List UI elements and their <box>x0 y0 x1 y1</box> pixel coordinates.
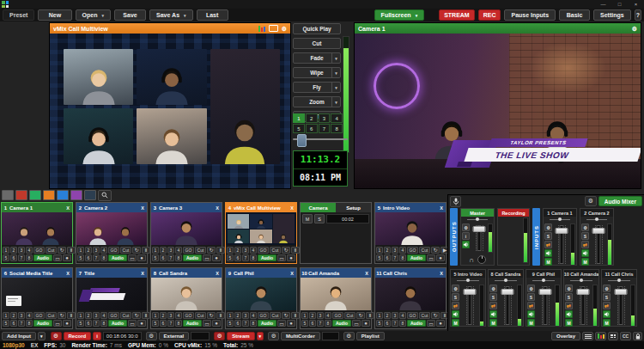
overlay-6-button[interactable]: 6 <box>234 254 241 261</box>
input-thumbnail[interactable] <box>375 212 446 245</box>
audio-levels-icon[interactable] <box>595 332 606 340</box>
transition-wipe-button[interactable]: Wipe▾ <box>293 67 341 78</box>
input-call-chris[interactable]: 11Call ChrisX1234GOCut↻Ⅱ5678Audio▭● <box>374 267 447 329</box>
overlay-7-button[interactable]: 7 <box>242 320 249 327</box>
pan-handle[interactable] <box>542 279 545 282</box>
record-dot-icon[interactable]: ● <box>63 320 71 327</box>
overlay-1-button[interactable]: 1 <box>376 312 383 319</box>
overlay-4-button[interactable]: 4 <box>26 247 33 254</box>
overlay-2-button[interactable]: 2 <box>384 247 391 254</box>
close-input-icon[interactable]: X <box>288 205 296 211</box>
input-thumbnail[interactable] <box>2 212 72 245</box>
fullscreen-monitor-icon[interactable]: ▭ <box>427 320 435 327</box>
fullscreen-monitor-icon[interactable]: ▭ <box>128 254 137 261</box>
overlay-1-button[interactable]: 1 <box>3 247 9 254</box>
open-button[interactable]: Open▾ <box>76 9 111 21</box>
monitor-icon[interactable] <box>269 25 278 32</box>
overlay-5-button[interactable]: 5 <box>227 254 234 261</box>
pause-icon[interactable]: Ⅱ <box>142 312 150 319</box>
pan-slider[interactable] <box>564 278 598 284</box>
save-button[interactable]: Save <box>114 9 146 21</box>
pause-icon[interactable]: Ⅱ <box>216 247 225 254</box>
input-thumbnail[interactable] <box>151 212 222 245</box>
overlay-3-button[interactable]: 3 <box>392 247 398 254</box>
inputs-tab[interactable]: INPUTS <box>532 208 540 266</box>
audio-button[interactable]: Audio <box>108 320 127 327</box>
close-input-icon[interactable]: X <box>64 205 72 211</box>
record-dot-icon[interactable]: ● <box>436 320 445 327</box>
overlay-4-button[interactable]: 4 <box>250 247 257 254</box>
cut-button[interactable]: Cut <box>46 312 57 319</box>
gear-icon[interactable]: ⚙ <box>565 285 573 292</box>
stream-settings-gear-icon[interactable]: ⚙ <box>214 332 225 340</box>
close-input-icon[interactable]: X <box>138 205 147 211</box>
add-input-button[interactable]: Add Input <box>2 332 36 340</box>
input-camera-1[interactable]: 1Camera 1X1234GOCut↻Ⅱ5678Audio▭● <box>1 202 73 264</box>
close-input-icon[interactable]: X <box>64 271 72 276</box>
close-input-icon[interactable]: X <box>288 271 296 276</box>
gear-icon[interactable]: ⚙ <box>282 26 287 32</box>
overlay-1-button[interactable]: 1 <box>152 312 159 319</box>
pan-handle[interactable] <box>558 217 562 221</box>
loop-icon[interactable]: ↻ <box>282 247 290 254</box>
overlay-5-button[interactable]: 5 <box>77 320 84 327</box>
setup-tab-button[interactable]: Setup <box>336 203 371 212</box>
input-thumbnail[interactable] <box>76 212 147 245</box>
stream-button[interactable]: Stream <box>227 332 254 340</box>
overlay-6-button[interactable]: 6 <box>384 320 391 327</box>
fullscreen-monitor-icon[interactable]: ▭ <box>203 254 211 261</box>
overlay-5-button[interactable]: 5 <box>152 254 159 261</box>
stinger-4[interactable]: 4 <box>331 113 343 123</box>
pan-slider[interactable] <box>451 278 485 284</box>
overlay-3-button[interactable]: 3 <box>392 312 398 319</box>
camera-tab-button[interactable]: Camera <box>301 203 336 212</box>
close-input-icon[interactable]: X <box>437 205 446 211</box>
overlay-7-button[interactable]: 7 <box>18 254 25 261</box>
overlay-7-button[interactable]: 7 <box>93 320 100 327</box>
cut-button[interactable]: Cut <box>293 38 341 49</box>
preview-video-area[interactable] <box>50 34 290 188</box>
overlay-6-button[interactable]: 6 <box>160 320 167 327</box>
go-button[interactable]: GO <box>33 312 45 319</box>
gear-icon[interactable]: ⚙ <box>462 223 470 231</box>
overlay-3-button[interactable]: 3 <box>93 247 100 254</box>
overlay-4-button[interactable]: 4 <box>26 312 33 319</box>
overlay-4-button[interactable]: 4 <box>175 312 182 319</box>
category-filter-7[interactable] <box>84 190 96 200</box>
overlay-2-button[interactable]: 2 <box>160 247 167 254</box>
overlay-7-button[interactable]: 7 <box>167 320 174 327</box>
fullscreen-monitor-icon[interactable]: ▭ <box>53 254 62 261</box>
solo-button[interactable]: S <box>581 232 589 240</box>
pan-slider[interactable] <box>544 217 576 223</box>
record-button[interactable]: Record <box>64 332 92 340</box>
maximize-button[interactable]: □ <box>611 0 628 9</box>
fader-handle[interactable] <box>592 228 605 234</box>
audio-button[interactable]: Audio <box>183 320 202 327</box>
overlay-5-button[interactable]: 5 <box>227 320 234 327</box>
fullscreen-monitor-icon[interactable]: ▭ <box>128 320 137 327</box>
go-button[interactable]: GO <box>183 247 194 254</box>
shortcuts-list-icon[interactable] <box>582 332 593 340</box>
bus-routing-icon[interactable]: ⇄ <box>565 302 573 309</box>
channel-fader[interactable] <box>461 285 478 327</box>
speaker-icon[interactable] <box>462 241 470 248</box>
loop-icon[interactable]: ↻ <box>431 247 440 254</box>
loop-icon[interactable]: ↻ <box>132 312 141 319</box>
bus-routing-icon[interactable]: ⇄ <box>527 302 535 309</box>
overlay-5-button[interactable]: 5 <box>3 320 9 327</box>
stinger-2[interactable]: 2 <box>306 113 318 123</box>
microphone-icon[interactable] <box>450 196 461 207</box>
fader-handle[interactable] <box>501 289 514 295</box>
stinger-8[interactable]: 8 <box>331 124 343 133</box>
overlay-6-button[interactable]: 6 <box>234 320 241 327</box>
overlay-4-button[interactable]: 4 <box>100 312 107 319</box>
fader-handle[interactable] <box>577 289 590 295</box>
audio-button[interactable]: Audio <box>332 320 351 327</box>
pause-icon[interactable]: Ⅱ <box>67 312 76 319</box>
rec-indicator-button[interactable]: REC <box>478 9 501 21</box>
close-input-icon[interactable]: X <box>437 271 446 276</box>
category-filter-4[interactable] <box>43 190 55 200</box>
category-filter-3[interactable] <box>29 190 41 200</box>
pan-handle[interactable] <box>466 279 470 282</box>
pause-icon[interactable]: Ⅱ <box>142 247 150 254</box>
